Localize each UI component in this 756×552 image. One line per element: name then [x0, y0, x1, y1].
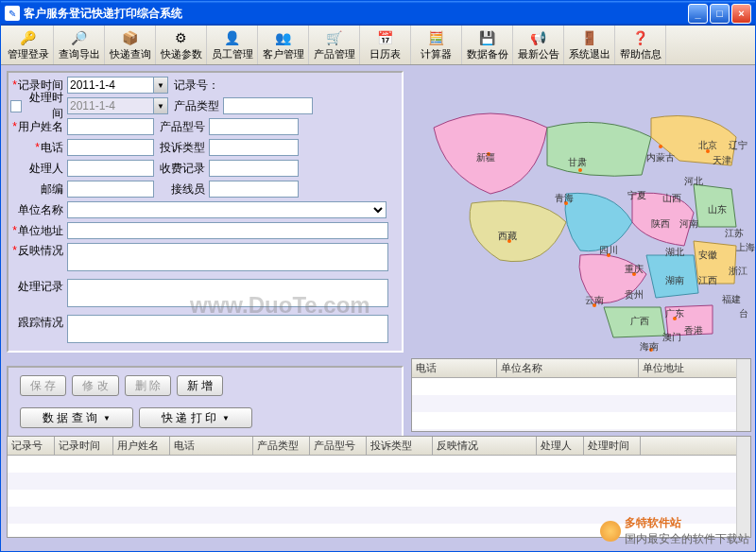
svg-text:甘肃: 甘肃 [568, 157, 587, 167]
column-header[interactable]: 产品型号 [310, 437, 367, 455]
titlebar[interactable]: ✎ 客户服务登记快递打印综合系统 _ □ × [1, 1, 755, 26]
handle-time-input [67, 97, 154, 114]
svg-text:山东: 山东 [708, 204, 727, 215]
svg-text:山西: 山西 [662, 193, 681, 203]
toolbar-3[interactable]: ⚙快递参数 [156, 26, 207, 64]
toolbar-label: 快递参数 [161, 47, 202, 61]
unit-name-select[interactable] [67, 201, 387, 218]
username-input[interactable] [67, 118, 154, 135]
product-type-input[interactable] [223, 97, 313, 114]
toolbar-icon: 💾 [478, 29, 497, 46]
column-header[interactable]: 电话 [412, 359, 497, 377]
column-header[interactable]: 电话 [170, 437, 253, 455]
column-header[interactable]: 单位地址 [639, 359, 747, 377]
toolbar-label: 客户管理 [263, 47, 304, 61]
toolbar-label: 管理登录 [8, 47, 49, 61]
product-model-input[interactable] [209, 118, 299, 135]
handle-time-label: 处理时间 [24, 90, 63, 122]
column-header[interactable]: 处理人 [537, 437, 584, 455]
handle-rec-textarea[interactable] [67, 279, 388, 307]
column-header[interactable]: 记录时间 [55, 437, 113, 455]
svg-text:广西: 广西 [630, 316, 649, 326]
toolbar-label: 日历表 [369, 47, 401, 61]
record-time-input[interactable] [67, 77, 154, 94]
add-button[interactable]: 新 增 [177, 375, 223, 396]
toolbar-1[interactable]: 🔎查询导出 [54, 26, 105, 64]
save-button[interactable]: 保 存 [20, 375, 66, 396]
fee-record-input[interactable] [209, 160, 299, 177]
toolbar-label: 帮助信息 [620, 47, 662, 61]
column-header[interactable]: 反映情况 [433, 437, 537, 455]
chevron-down-icon: ▼ [103, 414, 111, 423]
toolbar-10[interactable]: 📢最新公告 [513, 26, 564, 64]
app-window: ✎ 客户服务登记快递打印综合系统 _ □ × 🔑管理登录🔎查询导出📦快递查询⚙快… [0, 0, 756, 552]
dropdown-icon: ▼ [154, 97, 168, 114]
toolbar-icon: 🛒 [325, 29, 344, 46]
toolbar-5[interactable]: 👥客户管理 [258, 26, 309, 64]
toolbar-8[interactable]: 🧮计算器 [411, 26, 462, 64]
footer-slogan: 国内最安全的软件下载站 [625, 531, 749, 547]
scrollbar[interactable] [736, 359, 751, 431]
toolbar-11[interactable]: 🚪系统退出 [564, 26, 615, 64]
handle-time-checkbox[interactable] [10, 100, 22, 112]
toolbar-4[interactable]: 👤员工管理 [207, 26, 258, 64]
unit-addr-input[interactable] [67, 222, 388, 239]
toolbar-label: 产品管理 [314, 47, 355, 61]
toolbar-icon: ⚙ [172, 29, 191, 46]
column-header[interactable]: 用户姓名 [113, 437, 170, 455]
svg-text:新疆: 新疆 [476, 152, 495, 163]
modify-button[interactable]: 修 改 [72, 375, 118, 396]
complaint-type-input[interactable] [209, 139, 299, 156]
column-header[interactable]: 处理时间 [584, 437, 641, 455]
track-label: 跟踪情况 [10, 315, 67, 331]
record-time-picker[interactable]: ▼ [67, 77, 168, 94]
postcode-input[interactable] [67, 181, 154, 198]
phone-input[interactable] [67, 139, 154, 156]
svg-text:西藏: 西藏 [498, 231, 517, 241]
feedback-textarea[interactable] [67, 243, 388, 271]
toolbar-label: 员工管理 [212, 47, 253, 61]
toolbar-icon: 🔑 [19, 29, 38, 46]
complaint-type-label: 投诉类型 [154, 140, 209, 156]
svg-point-4 [659, 145, 662, 148]
svg-text:北京: 北京 [698, 140, 717, 150]
secondary-grid[interactable]: 电话单位名称单位地址 [411, 358, 751, 432]
svg-text:河北: 河北 [684, 176, 703, 186]
print-button[interactable]: 快 递 打 印▼ [139, 407, 252, 428]
chevron-down-icon: ▼ [222, 414, 230, 423]
feedback-label: 反映情况 [10, 243, 67, 259]
svg-text:海南: 海南 [640, 341, 659, 352]
maximize-button[interactable]: □ [710, 4, 730, 24]
toolbar-7[interactable]: 📅日历表 [360, 26, 411, 64]
handle-rec-label: 处理记录 [10, 279, 67, 295]
toolbar-label: 计算器 [421, 47, 452, 61]
footer: 多特软件站 国内最安全的软件下载站 [600, 515, 749, 547]
close-button[interactable]: × [731, 4, 751, 24]
column-header[interactable]: 单位名称 [497, 359, 639, 377]
query-button[interactable]: 数 据 查 询▼ [20, 407, 133, 428]
svg-text:四川: 四川 [599, 245, 618, 255]
toolbar-0[interactable]: 🔑管理登录 [3, 26, 54, 64]
handler-input[interactable] [67, 160, 154, 177]
toolbar-label: 快递查询 [110, 47, 151, 61]
minimize-button[interactable]: _ [688, 4, 708, 24]
toolbar-2[interactable]: 📦快递查询 [105, 26, 156, 64]
china-map: 新疆 甘肃 内蒙古 北京 辽宁 天津 青海 宁夏 河北 山西 西藏 陕西 河南 … [415, 71, 755, 354]
column-header[interactable]: 记录号 [8, 437, 55, 455]
toolbar-6[interactable]: 🛒产品管理 [309, 26, 360, 64]
column-header[interactable]: 产品类型 [253, 437, 310, 455]
toolbar-9[interactable]: 💾数据备份 [462, 26, 513, 64]
toolbar-icon: 📦 [121, 29, 140, 46]
dropdown-icon[interactable]: ▼ [154, 77, 168, 94]
phone-label: 电话 [10, 140, 67, 156]
column-header[interactable]: 投诉类型 [367, 437, 433, 455]
toolbar-icon: 🔎 [70, 29, 89, 46]
svg-text:浙江: 浙江 [729, 266, 747, 276]
delete-button[interactable]: 删 除 [125, 375, 171, 396]
track-textarea[interactable] [67, 315, 388, 343]
operator-input[interactable] [209, 181, 299, 198]
svg-text:河南: 河南 [679, 218, 698, 229]
svg-text:内蒙古: 内蒙古 [646, 152, 675, 163]
svg-text:江苏: 江苏 [725, 228, 744, 238]
toolbar-12[interactable]: ❓帮助信息 [615, 26, 666, 64]
